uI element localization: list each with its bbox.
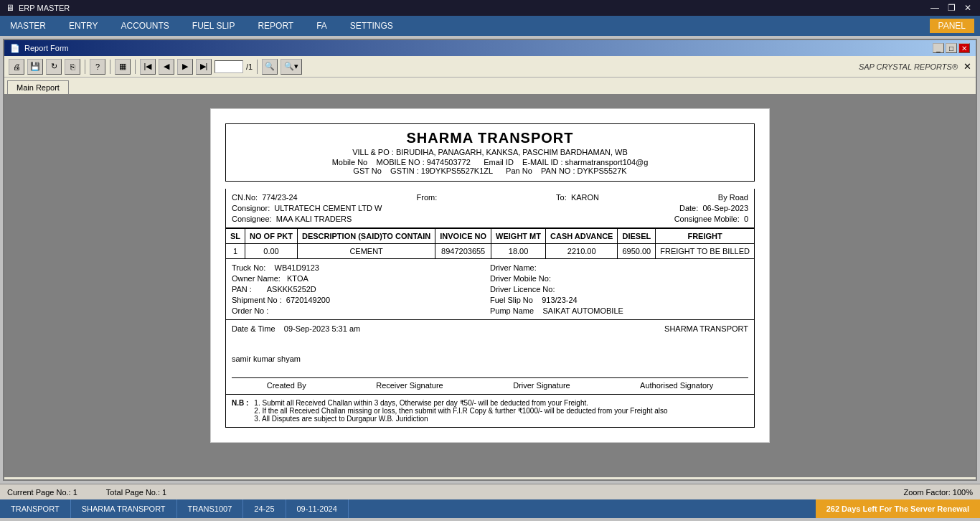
signatory-name: samir kumar shyam — [232, 355, 748, 363]
cn-no-section: CN.No: 774/23-24 — [232, 193, 298, 202]
menu-settings[interactable]: SETTINGS — [346, 18, 397, 34]
col-freight: FREIGHT — [656, 229, 755, 244]
menu-master[interactable]: MASTER — [6, 18, 50, 34]
report-window-title: 📄 Report Form — [10, 44, 69, 53]
minimize-button[interactable]: — — [928, 3, 942, 13]
report-window-controls: _ □ ✕ — [933, 43, 970, 53]
company-header: SHARMA TRANSPORT VILL & PO : BIRUDIHA, P… — [225, 123, 755, 182]
toolbar-prev-button[interactable]: ◀ — [159, 59, 174, 75]
bottom-item-renewal: 262 Days Left For The Server Renewal — [816, 499, 980, 518]
truck-no-label: Truck No: — [232, 263, 265, 272]
order-no-label: Order No : — [232, 306, 268, 315]
pan-label: Pan No — [506, 166, 532, 175]
col-no-pkt: NO OF PKT — [245, 229, 298, 244]
driver-licence-section: Driver Licence No: — [490, 285, 748, 294]
company-stamp: SHARMA TRANSPORT — [664, 324, 748, 333]
col-cash: CASH ADVANCE — [546, 229, 618, 244]
toolbar-zoom-button[interactable]: 🔍▾ — [281, 59, 302, 75]
by-road-section: By Road — [718, 193, 748, 202]
signature-section: Date & Time 09-Sep-2023 5:31 am SHARMA T… — [225, 320, 755, 395]
pan-value: PAN NO : DYKPS5527K — [541, 166, 627, 175]
menu-report[interactable]: REPORT — [253, 18, 298, 34]
shipment-no-label: Shipment No : — [232, 296, 282, 304]
pan-section: PAN : ASKKK5252D — [232, 285, 490, 294]
from-label: From: — [417, 193, 438, 202]
pan-label-truck: PAN : — [232, 285, 252, 294]
menu-fa[interactable]: FA — [312, 18, 331, 34]
maximize-button[interactable]: ❐ — [945, 3, 958, 13]
cell-diesel: 6950.00 — [618, 244, 656, 259]
cell-weight: 18.00 — [491, 244, 546, 259]
driver-mobile-section: Driver Mobile No: — [490, 274, 748, 283]
bottom-item-transport: TRANSPORT — [0, 499, 71, 518]
toolbar-view-button[interactable]: ▦ — [115, 59, 131, 75]
toolbar-copy-button[interactable]: ⎘ — [65, 59, 80, 75]
shipment-no-value: 6720149200 — [286, 296, 330, 304]
to-value: KARON — [571, 193, 599, 202]
toolbar-search-button[interactable]: 🔍 — [262, 59, 278, 75]
shipment-no-section: Shipment No : 6720149200 — [232, 296, 490, 304]
consignment-info: CN.No: 774/23-24 From: To: KARON By Road — [225, 189, 755, 228]
toolbar-first-button[interactable]: |◀ — [140, 59, 156, 75]
menu-accounts[interactable]: ACCOUNTS — [116, 18, 173, 34]
cn-no-value: 774/23-24 — [262, 193, 298, 202]
date-time-value: 09-Sep-2023 5:31 am — [284, 324, 360, 333]
crystal-close-button[interactable]: ✕ — [963, 61, 971, 72]
menu-entry[interactable]: ENTRY — [65, 18, 102, 34]
bottom-item-date: 09-11-2024 — [286, 499, 349, 518]
cell-invoice: 8947203655 — [435, 244, 491, 259]
consignee-label: Consignee: — [232, 215, 272, 223]
email-label: Email ID — [484, 158, 514, 166]
panel-button[interactable]: PANEL — [930, 19, 974, 33]
gst-label: GST No — [353, 166, 382, 175]
company-name: SHARMA TRANSPORT — [232, 130, 748, 146]
truck-info: Truck No: WB41D9123 Driver Name: Owner N… — [225, 259, 755, 320]
authorised-sig-label: Authorised Signatory — [640, 381, 713, 390]
report-close-button[interactable]: ✕ — [958, 43, 970, 53]
toolbar-print-button[interactable]: 🖨 — [9, 59, 24, 75]
driver-name-label: Driver Name: — [490, 263, 537, 272]
company-contact-row2: GST No GSTIN : 19DYKPS5527K1ZL Pan No PA… — [232, 166, 748, 175]
current-page-status: Current Page No.: 1 — [7, 488, 77, 497]
nb-section: N.B : 1. Submit all Received Challan wit… — [225, 395, 755, 428]
toolbar-separator-2 — [110, 60, 110, 74]
report-icon: 📄 — [10, 44, 20, 53]
nb-point-3: 3. All Disputes are subject to Durgapur … — [254, 415, 667, 423]
nb-label: N.B : — [232, 399, 248, 423]
report-page: SHARMA TRANSPORT VILL & PO : BIRUDIHA, P… — [210, 108, 770, 443]
crystal-label: SAP CRYSTAL REPORTS® — [859, 62, 958, 71]
report-maximize-button[interactable]: □ — [946, 43, 957, 53]
consignor-section: Consignor: ULTRATECH CEMENT LTD W — [232, 204, 382, 212]
order-no-section: Order No : — [232, 306, 490, 315]
driver-sig-label: Driver Signature — [513, 381, 570, 390]
toolbar-save-button[interactable]: 💾 — [27, 59, 43, 75]
report-title-bar: 📄 Report Form _ □ ✕ — [4, 40, 976, 56]
created-by-label: Created By — [267, 381, 306, 390]
fuel-slip-section: Fuel Slip No 913/23-24 — [490, 296, 748, 304]
toolbar-refresh-button[interactable]: ↻ — [46, 59, 62, 75]
col-invoice: INVOICE NO — [435, 229, 491, 244]
bottom-item-year: 24-25 — [243, 499, 286, 518]
company-address: VILL & PO : BIRUDIHA, PANAGARH, KANKSA, … — [232, 148, 748, 156]
menu-fuel-slip[interactable]: FUEL SLIP — [188, 18, 240, 34]
toolbar-separator-4 — [257, 60, 258, 74]
company-contact-row1: Mobile No MOBILE NO : 9474503772 Email I… — [232, 158, 748, 166]
title-bar-left: 🖥 ERP MASTER — [6, 3, 70, 13]
toolbar-last-button[interactable]: ▶| — [196, 59, 212, 75]
close-button[interactable]: ✕ — [961, 3, 974, 13]
consignor-value: ULTRATECH CEMENT LTD W — [274, 204, 382, 212]
driver-licence-label: Driver Licence No: — [490, 285, 555, 294]
main-table: SL NO OF PKT DESCRIPTION (SAID)TO CONTAI… — [225, 228, 755, 259]
main-report-tab[interactable]: Main Report — [7, 80, 69, 94]
toolbar-next-button[interactable]: ▶ — [177, 59, 193, 75]
consignor-label: Consignor: — [232, 204, 270, 212]
bottom-item-company: SHARMA TRANSPORT — [71, 499, 177, 518]
email-value: E-MAIL ID : sharmatransport104@g — [522, 158, 648, 166]
pump-name-section: Pump Name SAIKAT AUTOMOBILE — [490, 306, 748, 315]
report-minimize-button[interactable]: _ — [933, 43, 944, 53]
page-number-input[interactable]: 1 — [215, 60, 243, 73]
nb-row: N.B : 1. Submit all Received Challan wit… — [232, 399, 748, 423]
owner-name-value: KTOA — [287, 274, 308, 283]
nb-point-2: 2. If the all Received Challan missing o… — [254, 407, 667, 415]
toolbar-help-button[interactable]: ? — [90, 59, 105, 75]
